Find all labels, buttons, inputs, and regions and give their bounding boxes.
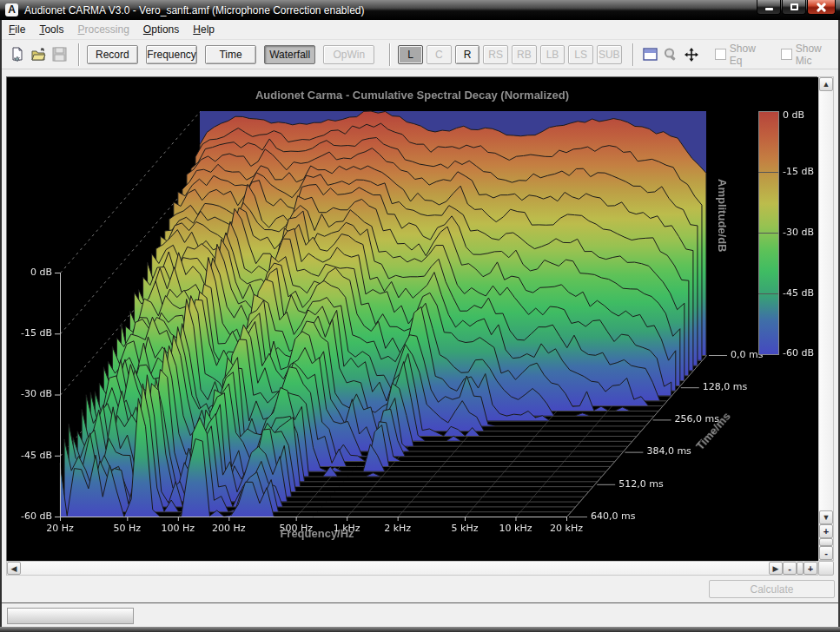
menu-options[interactable]: Options xyxy=(136,21,186,38)
zoom-in-y-button[interactable]: + xyxy=(819,524,833,538)
zoom-out-y-button[interactable]: - xyxy=(819,546,833,560)
window-title: Audionet CARMA V3.0 - Vero_sanft.amf (Mi… xyxy=(24,4,365,16)
plus-icon: + xyxy=(808,563,813,574)
arrow-up-icon: ▲ xyxy=(823,80,830,89)
y-axis-title: Amplitude/dB xyxy=(716,179,729,300)
channel-right-button[interactable]: R xyxy=(455,45,480,64)
bottom-panel: Calculate xyxy=(2,576,838,603)
progress-panel xyxy=(7,608,134,624)
toolbar-separator xyxy=(78,43,80,66)
window-icon xyxy=(643,48,658,61)
show-eq-checkbox: Show Eq xyxy=(715,43,769,67)
zoom-out-x-button[interactable]: - xyxy=(783,562,797,575)
x-zoom-thumb[interactable] xyxy=(797,562,804,575)
save-button xyxy=(50,45,69,64)
app-window: A Audionet CARMA V3.0 - Vero_sanft.amf (… xyxy=(0,0,840,632)
minus-icon: - xyxy=(788,563,791,574)
checkbox-icon xyxy=(781,49,791,60)
title-bar[interactable]: A Audionet CARMA V3.0 - Vero_sanft.amf (… xyxy=(0,0,840,20)
show-eq-label: Show Eq xyxy=(730,43,769,67)
maximize-icon xyxy=(790,3,798,10)
waterfall-plot[interactable] xyxy=(7,77,818,562)
pan-button[interactable] xyxy=(682,45,700,64)
open-file-button[interactable] xyxy=(30,45,48,64)
frequency-button[interactable]: Frequency xyxy=(146,45,197,64)
save-icon xyxy=(52,47,67,62)
new-file-icon xyxy=(10,47,25,63)
menu-file[interactable]: File xyxy=(2,21,32,38)
zoom-button xyxy=(662,45,680,64)
magnifier-icon xyxy=(663,47,678,63)
toolbar-separator xyxy=(632,43,634,66)
scroll-right-button[interactable]: ▶ xyxy=(769,562,783,575)
plot-area: Audionet Carma - Cumulative Spectral Dec… xyxy=(6,76,817,561)
checkbox-icon xyxy=(715,49,725,60)
channel-center-button: C xyxy=(427,45,452,64)
open-folder-icon xyxy=(30,47,47,63)
channel-left-button[interactable]: L xyxy=(398,45,423,64)
vertical-scrollbar[interactable]: ▲ ▼ + - xyxy=(818,76,834,561)
plot-region: Audionet Carma - Cumulative Spectral Dec… xyxy=(2,69,838,576)
channel-rs-button: RS xyxy=(483,45,508,64)
y-zoom-thumb[interactable] xyxy=(819,538,833,546)
new-file-button[interactable] xyxy=(9,45,27,64)
calculate-button: Calculate xyxy=(709,580,835,598)
toolbar-separator xyxy=(389,43,391,66)
close-icon xyxy=(817,3,826,12)
zoom-in-x-button[interactable]: + xyxy=(804,562,817,575)
horizontal-scrollbar[interactable]: ◀ ▶ - + xyxy=(6,561,818,576)
window-controls xyxy=(756,0,836,15)
record-button[interactable]: Record xyxy=(87,45,138,64)
app-logo-icon: A xyxy=(5,3,18,16)
menu-bar: File Tools Processing Options Help xyxy=(2,20,838,40)
channel-lb-button: LB xyxy=(540,45,566,64)
waterfall-button[interactable]: Waterfall xyxy=(264,45,315,64)
x-axis-title: Frequency/Hz xyxy=(230,527,404,540)
minus-icon: - xyxy=(824,548,828,558)
opwin-button: OpWin xyxy=(323,45,374,64)
scroll-left-button[interactable]: ◀ xyxy=(7,562,21,575)
menu-help[interactable]: Help xyxy=(186,21,222,38)
close-button[interactable] xyxy=(807,0,836,15)
scroll-down-button[interactable]: ▼ xyxy=(819,510,833,524)
arrow-right-icon: ▶ xyxy=(773,564,779,573)
arrow-left-icon: ◀ xyxy=(11,564,17,573)
window-bottom-edge xyxy=(0,627,840,632)
channel-sub-button: SUB xyxy=(597,45,622,64)
chart-title: Audionet Carma - Cumulative Spectral Dec… xyxy=(7,89,817,102)
vertical-scroll-track[interactable] xyxy=(819,91,833,510)
minimize-icon xyxy=(765,8,773,10)
menu-tools[interactable]: Tools xyxy=(32,21,70,38)
show-mic-checkbox: Show Mic xyxy=(781,43,838,67)
status-bar xyxy=(2,603,838,627)
opwin-window-button[interactable] xyxy=(641,45,659,64)
scrollbar-corner xyxy=(818,561,834,576)
horizontal-scroll-track[interactable] xyxy=(21,562,769,575)
menu-processing: Processing xyxy=(70,21,136,38)
toolbar: Record Frequency Time Waterfall OpWin L … xyxy=(2,40,838,69)
move-cross-icon xyxy=(684,47,699,63)
minimize-button[interactable] xyxy=(757,0,781,15)
channel-ls-button: LS xyxy=(568,45,593,64)
channel-rb-button: RB xyxy=(512,45,537,64)
arrow-down-icon: ▼ xyxy=(823,513,830,522)
scroll-up-button[interactable]: ▲ xyxy=(819,77,833,91)
plus-icon: + xyxy=(823,526,829,537)
time-button[interactable]: Time xyxy=(205,45,256,64)
maximize-button[interactable] xyxy=(782,0,806,15)
show-mic-label: Show Mic xyxy=(796,43,838,67)
